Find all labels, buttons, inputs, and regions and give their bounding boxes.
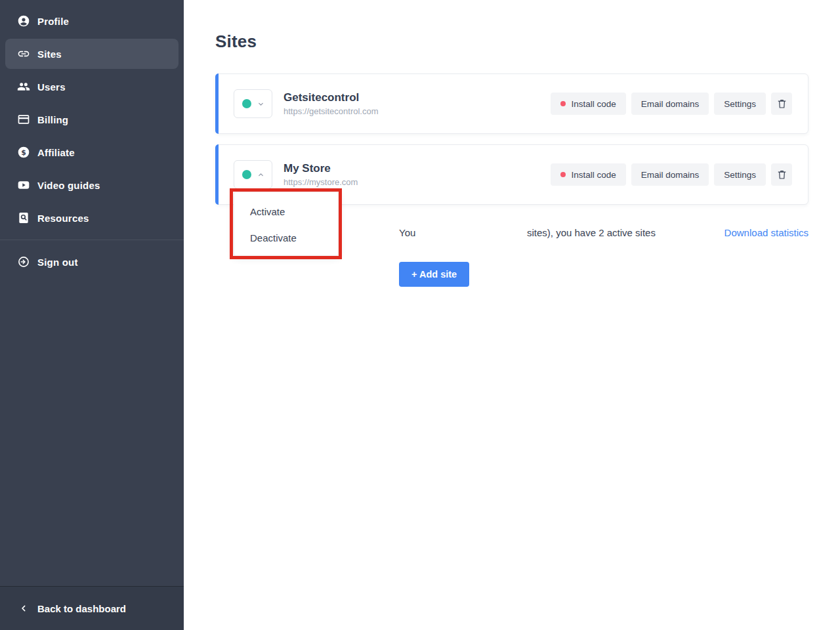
site-actions: Install code Email domains Settings — [551, 93, 792, 115]
site-actions: Install code Email domains Settings — [551, 163, 792, 186]
affiliate-icon: $ — [17, 146, 30, 159]
settings-button[interactable]: Settings — [714, 93, 766, 115]
install-alert-dot — [560, 101, 566, 106]
sidebar-item-label: Billing — [37, 114, 68, 125]
back-to-dashboard-label: Back to dashboard — [37, 603, 126, 614]
sidebar-item-label: Sign out — [37, 257, 78, 268]
sidebar-item-label: Profile — [37, 16, 69, 27]
sidebar-item-video-guides[interactable]: Video guides — [0, 169, 184, 201]
sidebar-item-users[interactable]: Users — [0, 70, 184, 103]
site-status-dropdown-button[interactable] — [234, 89, 272, 118]
sidebar-item-label: Sites — [37, 49, 62, 60]
sidebar-divider — [0, 240, 184, 240]
trash-icon — [776, 98, 788, 110]
install-code-button[interactable]: Install code — [551, 93, 625, 115]
resources-icon — [17, 211, 30, 224]
usage-text-right-fragment: sites), you have 2 active sites — [527, 227, 656, 238]
site-url: https://getsitecontrol.com — [284, 106, 379, 116]
site-url: https://mystore.com — [284, 177, 358, 187]
card-accent-bar — [215, 144, 219, 205]
menu-item-deactivate[interactable]: Deactivate — [234, 225, 338, 251]
main-content: Sites Getsitecontrol https://getsitecont… — [184, 0, 840, 630]
sidebar-item-sites[interactable]: Sites — [0, 37, 184, 70]
download-statistics-link[interactable]: Download statistics — [724, 227, 808, 238]
add-site-button[interactable]: + Add site — [399, 262, 469, 287]
sidebar-item-resources[interactable]: Resources — [0, 201, 184, 234]
sign-out-icon — [17, 255, 30, 268]
site-info: Getsitecontrol https://getsitecontrol.co… — [284, 91, 379, 116]
sidebar: Profile Sites Users Billing — [0, 0, 184, 630]
site-card-getsitecontrol: Getsitecontrol https://getsitecontrol.co… — [215, 74, 808, 134]
sidebar-nav: Profile Sites Users Billing — [0, 5, 184, 278]
status-dot — [242, 170, 251, 179]
trash-icon — [776, 169, 788, 180]
sidebar-item-label: Resources — [37, 213, 89, 224]
install-alert-dot — [560, 172, 566, 177]
usage-text-left-fragment: You — [399, 227, 415, 238]
link-icon — [17, 47, 30, 60]
site-info: My Store https://mystore.com — [284, 162, 358, 187]
site-status-dropdown-button-open[interactable] — [234, 160, 272, 189]
svg-text:$: $ — [21, 148, 26, 157]
email-domains-button[interactable]: Email domains — [631, 163, 709, 186]
site-name: Getsitecontrol — [284, 91, 379, 104]
sidebar-item-sign-out[interactable]: Sign out — [0, 245, 184, 278]
profile-icon — [17, 14, 30, 28]
install-code-button[interactable]: Install code — [551, 163, 625, 186]
sidebar-item-profile[interactable]: Profile — [0, 5, 184, 37]
site-name: My Store — [284, 162, 358, 175]
delete-site-button[interactable] — [771, 93, 792, 115]
video-icon — [17, 178, 30, 192]
users-icon — [17, 80, 30, 93]
chevron-up-icon — [257, 171, 264, 178]
settings-button[interactable]: Settings — [714, 163, 766, 186]
sidebar-item-affiliate[interactable]: $ Affiliate — [0, 136, 184, 169]
sidebar-item-billing[interactable]: Billing — [0, 103, 184, 136]
menu-item-activate[interactable]: Activate — [234, 199, 338, 225]
status-dropdown-menu: Activate Deactivate — [234, 192, 339, 256]
back-to-dashboard[interactable]: Back to dashboard — [0, 586, 184, 630]
billing-icon — [17, 113, 30, 126]
chevron-down-icon — [257, 100, 264, 108]
sidebar-item-label: Users — [37, 81, 66, 93]
email-domains-button[interactable]: Email domains — [631, 93, 709, 115]
delete-site-button[interactable] — [771, 163, 792, 186]
page-title: Sites — [215, 32, 257, 52]
back-chevron-icon — [17, 602, 30, 615]
status-dot — [242, 99, 251, 108]
card-accent-bar — [215, 74, 219, 134]
sidebar-item-label: Video guides — [37, 180, 100, 191]
sidebar-item-label: Affiliate — [37, 147, 75, 158]
